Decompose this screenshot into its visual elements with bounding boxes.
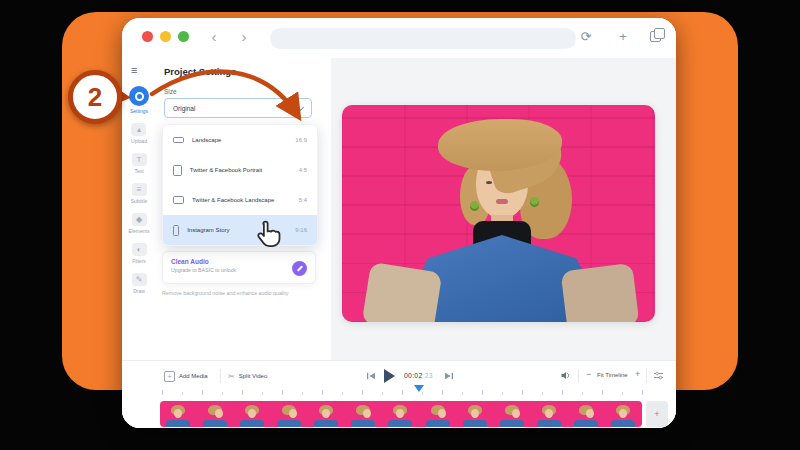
timeline-thumbnail[interactable] [345,401,382,427]
clean-audio-card[interactable]: Clean Audio Upgrade to BASIC to unlock [162,251,316,284]
thumbnail-art [351,420,375,427]
thumbnail-art [215,409,223,418]
timeline-thumbnail[interactable] [420,401,457,427]
sidebar-item-filters[interactable]: ◐Filters [132,243,147,264]
timeline-thumbnail[interactable] [197,401,234,427]
minimize-window-button[interactable] [160,31,171,42]
ruler-tick [242,390,243,395]
draw-icon: ✎ [132,273,147,286]
close-window-button[interactable] [142,31,153,42]
forward-button[interactable]: › [236,27,252,47]
timeline-settings-icon[interactable] [653,370,664,381]
size-option-label: Instagram Story [187,227,295,233]
aspect-ratio-value: 4:5 [299,167,307,173]
size-select[interactable]: Original [164,98,312,118]
timeline-thumbnail[interactable] [531,401,568,427]
thumbnail-art [500,420,524,427]
add-media-label: Add Media [179,373,208,379]
zoom-window-button[interactable] [178,31,189,42]
thumbnail-art [438,409,446,418]
ruler-tick [262,392,263,395]
menu-icon[interactable]: ≡ [131,64,137,76]
timeline-thumbnail[interactable] [494,401,531,427]
timeline-thumbnail[interactable] [234,401,271,427]
ruler-tick [462,392,463,395]
timeline-section: + Add Media ✂ Split Video 00:02:23 − [122,360,676,428]
aspect-ratio-value: 9:16 [295,227,307,233]
ruler-tick [382,392,383,395]
size-option-twitter-facebook-landscape[interactable]: Twitter & Facebook Landscape5:4 [163,185,317,215]
sidebar-item-subtitle[interactable]: ≡Subtitle [131,183,148,204]
timeline-thumbnail[interactable] [605,401,642,427]
timeline-thumbnail[interactable] [308,401,345,427]
divider [646,369,647,383]
ruler-tick [522,390,523,395]
fit-timeline-label[interactable]: Fit Timeline [597,372,628,378]
timeline-thumbnail[interactable] [160,401,197,427]
address-bar[interactable] [270,28,576,49]
sidebar-item-upload[interactable]: ▴Upload [131,123,147,144]
ruler-tick [622,392,623,395]
thumbnail-art [537,420,561,427]
ruler-tick [162,390,163,395]
ruler-tick [182,392,183,395]
add-icon: + [164,371,175,382]
aspect-ratio-value: 5:4 [299,197,307,203]
thumbnail-art [471,409,479,418]
skip-back-icon[interactable] [366,372,376,380]
size-option-twitter-facebook-portrait[interactable]: Twitter & Facebook Portrait4:5 [163,155,317,185]
thumbnail-art [363,409,371,418]
new-tab-icon[interactable]: + [614,27,632,47]
sidebar-item-label: Text [134,168,143,174]
ruler-tick [602,390,603,395]
step-badge: 2 [68,70,122,124]
add-clip-button[interactable]: + [646,401,668,427]
size-option-landscape[interactable]: Landscape16:9 [163,125,317,155]
sidebar-item-label: Upload [131,138,147,144]
filmstrip[interactable] [160,401,642,427]
size-option-label: Twitter & Facebook Portrait [190,167,299,173]
timeline-thumbnail[interactable] [382,401,419,427]
aspect-ratio-icon [173,225,179,236]
thumbnail-art [426,420,450,427]
thumbnail-art [586,409,594,418]
back-button[interactable]: ‹ [206,27,222,47]
thumbnail-art [463,420,487,427]
panel-title: Project Settings [164,66,236,77]
sidebar-item-elements[interactable]: ◆Elements [129,213,150,234]
timeline-thumbnail[interactable] [271,401,308,427]
play-button[interactable] [384,369,395,383]
clean-audio-subtitle: Upgrade to BASIC to unlock [171,267,307,273]
ruler-tick [202,390,203,395]
divider [578,369,579,383]
video-preview[interactable] [342,105,655,322]
ruler-tick [322,390,323,395]
sidebar-item-text[interactable]: TText [132,153,147,174]
scissors-icon: ✂ [228,372,235,381]
zoom-in-button[interactable]: + [635,369,640,379]
chevron-down-icon [297,103,304,110]
thumbnail-art [174,409,182,418]
skip-forward-icon[interactable] [444,372,454,380]
zoom-out-button[interactable]: − [586,369,591,379]
timecode: 00:02:23 [404,372,433,379]
divider [220,369,221,383]
size-option-instagram-story[interactable]: Instagram Story9:16 [163,215,317,245]
sidebar-item-settings[interactable]: Settings [129,86,149,114]
tab-overview-icon[interactable] [650,31,661,42]
volume-icon[interactable] [560,370,572,381]
sidebar-item-draw[interactable]: ✎Draw [132,273,147,294]
canvas-area [331,58,676,360]
thumbnail-art [248,409,256,418]
split-video-button[interactable]: ✂ Split Video [228,368,267,384]
reload-icon[interactable]: ⟳ [577,27,595,47]
playhead[interactable] [414,385,424,392]
timeline-thumbnail[interactable] [457,401,494,427]
aspect-ratio-icon [173,137,184,143]
ruler-tick [642,390,643,395]
timeline-ruler[interactable] [162,385,658,395]
add-media-button[interactable]: + Add Media [164,368,208,384]
browser-window: ‹ › ⟳ + ≡ Settings▴UploadTText≡Subtitle◆… [122,18,676,428]
size-option-label: Landscape [192,137,295,143]
timeline-thumbnail[interactable] [568,401,605,427]
